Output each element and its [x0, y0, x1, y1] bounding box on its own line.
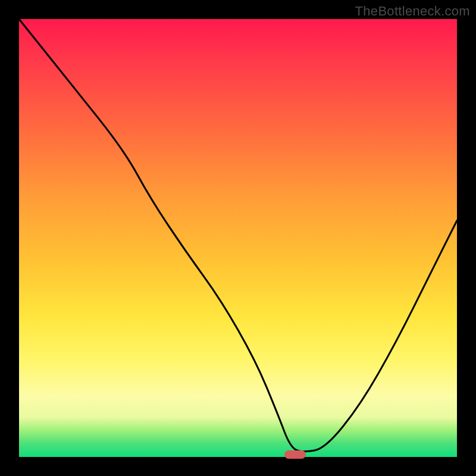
curve-svg: [19, 19, 457, 457]
optimal-marker: [284, 450, 306, 459]
watermark-text: TheBottleneck.com: [355, 4, 470, 19]
plot-area: [19, 19, 457, 457]
chart-container: TheBottleneck.com: [0, 0, 476, 476]
bottleneck-curve: [19, 19, 457, 452]
